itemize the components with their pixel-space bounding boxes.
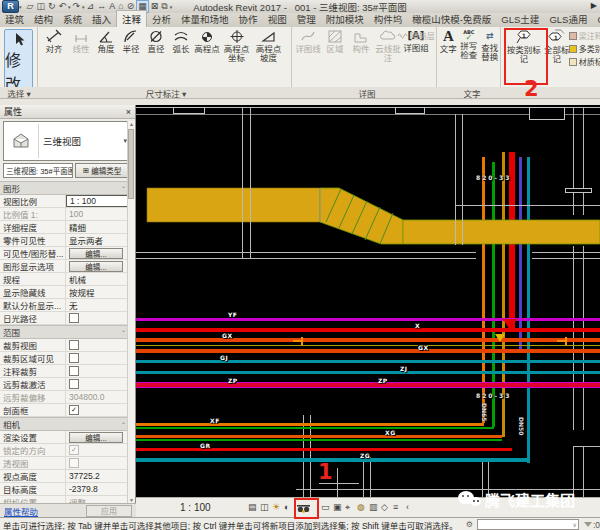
- undo-caret-icon[interactable]: ▾: [68, 4, 71, 10]
- tab-gls-general[interactable]: GLS通用: [544, 11, 592, 27]
- detail-line-button[interactable]: 详图线: [295, 29, 321, 54]
- pipe-tag[interactable]: ZP: [228, 378, 238, 384]
- angle-dim-button[interactable]: 角度: [94, 29, 118, 54]
- pipe-tag[interactable]: GX: [418, 345, 429, 351]
- pipe-bottom-orange-1[interactable]: [136, 423, 484, 426]
- tab-insert[interactable]: 插入: [87, 11, 116, 27]
- tab-gls-hvac[interactable]: GLS风: [592, 11, 600, 27]
- design-option-combo[interactable]: ∨: [477, 519, 579, 530]
- scale-control[interactable]: 1 : 100: [180, 502, 211, 513]
- pipe-bottom-green-1[interactable]: [136, 427, 494, 429]
- section-box-checkbox[interactable]: ✓: [69, 405, 79, 415]
- panel-label-text[interactable]: 文字: [440, 87, 504, 99]
- target-elevation-value[interactable]: -2379.8: [66, 483, 129, 495]
- pipe-tag[interactable]: ZJ: [400, 366, 408, 372]
- component-button[interactable]: 构件: [349, 29, 373, 54]
- render-settings-edit-button[interactable]: 编辑...: [69, 432, 123, 443]
- tab-annotate[interactable]: 注释: [116, 10, 147, 27]
- riser-tag-band[interactable]: 820-33: [476, 174, 511, 181]
- unlocked-view-icon[interactable]: ⌖: [345, 502, 350, 513]
- edit-type-button[interactable]: ⊞ 编辑类型: [75, 163, 129, 178]
- section-extents[interactable]: 范围⌃: [0, 325, 129, 339]
- region-button[interactable]: 区域: [323, 29, 347, 54]
- pipe-tag[interactable]: XF: [210, 418, 220, 424]
- display-options-edit-button[interactable]: 编辑...: [69, 261, 123, 272]
- type-selector[interactable]: 三维视图 ▾: [3, 121, 131, 161]
- constraints-icon[interactable]: ≡: [393, 502, 398, 512]
- spot-slope-button[interactable]: 高程点坡度: [253, 29, 284, 63]
- beam-annotation-button[interactable]: 梁注释: [569, 29, 600, 42]
- detail-level-value[interactable]: 精细: [66, 221, 129, 233]
- pipe-tag[interactable]: GX: [222, 333, 233, 339]
- displacement-icon[interactable]: ◇: [381, 502, 388, 512]
- tab-component-dock[interactable]: 构件坞: [369, 11, 408, 27]
- pipe-x[interactable]: [136, 328, 600, 332]
- pipe-yf[interactable]: [136, 318, 600, 321]
- pipe-zp[interactable]: [136, 383, 600, 387]
- apply-button[interactable]: 应用: [86, 505, 132, 517]
- pipe-olive[interactable]: [136, 345, 600, 346]
- far-clip-checkbox[interactable]: [69, 379, 79, 389]
- pipe-bottom-green-2[interactable]: [136, 439, 502, 441]
- section-graphics[interactable]: 图形⌃: [0, 181, 129, 195]
- properties-scrollbar[interactable]: ▲ ▼: [127, 121, 135, 503]
- radius-dim-button[interactable]: 半径: [119, 29, 143, 54]
- tab-view[interactable]: 视图: [263, 11, 292, 27]
- reveal-hidden-icon[interactable]: ◍: [357, 502, 365, 512]
- discipline-value[interactable]: 机械: [66, 273, 129, 285]
- spot-elevation-button[interactable]: 高程点: [194, 29, 220, 54]
- drawing-viewport[interactable]: YF X GX GX GJ ZJ ZP ZP XF XG GR ZG 820-3…: [136, 105, 600, 497]
- hidden-lines-value[interactable]: 按规程: [66, 286, 129, 298]
- filter-icon[interactable]: [584, 522, 592, 527]
- worksharing-icon[interactable]: ⚙: [466, 520, 473, 529]
- aligned-dim-button[interactable]: 对齐: [40, 29, 68, 54]
- properties-help-link[interactable]: 属性帮助: [4, 505, 38, 517]
- tab-manage[interactable]: 管理: [292, 11, 321, 27]
- tab-gls-civil[interactable]: GLS土建: [496, 11, 544, 27]
- arc-length-dim-button[interactable]: 弧长: [169, 29, 193, 54]
- insulation-button[interactable]: 隔热层: [397, 29, 435, 42]
- pipe-gx-1[interactable]: [136, 338, 600, 342]
- sun-path-icon[interactable]: ☀: [272, 502, 280, 512]
- crop-region-icon[interactable]: ▣: [333, 502, 342, 512]
- spot-coordinate-button[interactable]: 高程点坐标: [221, 29, 252, 63]
- eye-elevation-value[interactable]: 37725.2: [66, 470, 129, 482]
- app-menu-caret-icon[interactable]: ▾: [19, 4, 22, 10]
- temp-view-props-icon[interactable]: ▥: [369, 502, 378, 512]
- tab-structure[interactable]: 结构: [29, 11, 58, 27]
- pipe-bottom-red[interactable]: [136, 448, 512, 451]
- material-tag-button[interactable]: 材质标记: [569, 55, 600, 68]
- crop-visible-checkbox[interactable]: [69, 353, 79, 363]
- pipe-gj[interactable]: [136, 360, 600, 363]
- pipe-gx-2[interactable]: [136, 349, 600, 353]
- title-scroll-arrow-icon[interactable]: ▶: [591, 1, 597, 10]
- pipe-tag[interactable]: XG: [385, 430, 396, 436]
- diameter-dim-button[interactable]: 直径: [144, 29, 168, 54]
- pipe-zj[interactable]: [136, 371, 600, 374]
- multi-category-button[interactable]: 多类别: [569, 42, 600, 55]
- spell-check-button[interactable]: ABC✓ 拼写检查: [459, 29, 479, 60]
- tab-massing-site[interactable]: 体量和场地: [176, 11, 234, 27]
- view-scale-value[interactable]: 1 : 100: [66, 195, 129, 207]
- riser-tag[interactable]: DN50: [518, 417, 525, 435]
- riser-tag[interactable]: DN65: [481, 403, 488, 421]
- shadows-icon[interactable]: ◐: [284, 502, 289, 512]
- section-camera[interactable]: 相机⌃: [0, 417, 129, 431]
- pipe-tag[interactable]: GJ: [220, 355, 228, 361]
- pipe-tag[interactable]: YF: [228, 312, 237, 318]
- tab-systems[interactable]: 系统: [58, 11, 87, 27]
- visual-style-icon[interactable]: ◫: [260, 502, 269, 512]
- find-replace-button[interactable]: ⇄ 查找替换: [480, 29, 500, 62]
- detail-level-icon[interactable]: ▤: [248, 502, 257, 512]
- tab-glsmodel[interactable]: 橄榄山快模-免费版: [407, 11, 496, 27]
- redo-caret-icon[interactable]: ▾: [82, 4, 85, 10]
- pipe-tag[interactable]: GR: [200, 443, 211, 449]
- crop-view-checkbox[interactable]: [69, 340, 79, 350]
- collapse-bar-icon[interactable]: ‹: [406, 502, 409, 512]
- parts-visibility-value[interactable]: 显示两者: [66, 234, 129, 246]
- analysis-display-value[interactable]: 无: [66, 299, 129, 311]
- text-button[interactable]: A 文字: [439, 29, 458, 54]
- yellow-fitting[interactable]: [495, 334, 505, 342]
- linear-dim-button[interactable]: 线性: [69, 29, 93, 54]
- crop-view-icon[interactable]: ▭: [321, 502, 330, 512]
